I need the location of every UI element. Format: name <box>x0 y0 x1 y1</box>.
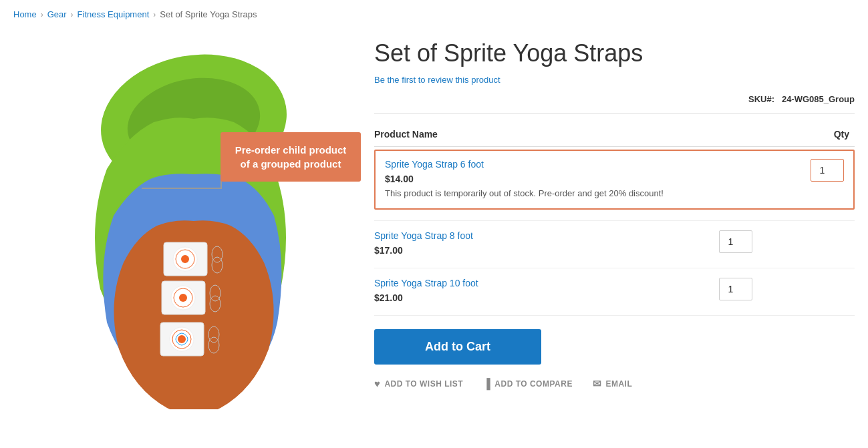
callout-text: Pre-order child product of a grouped pro… <box>235 144 347 170</box>
product-info-highlighted: Sprite Yoga Strap 6 foot $14.00 This pro… <box>385 159 664 200</box>
qty-input-1[interactable] <box>719 230 752 253</box>
product-cell-2: Sprite Yoga Strap 10 foot $21.00 <box>374 268 706 315</box>
compare-icon: ▐ <box>483 378 490 389</box>
table-row: Sprite Yoga Strap 10 foot $21.00 <box>374 268 855 315</box>
product-price-1: $17.00 <box>374 245 706 256</box>
product-image-col: Pre-order child product of a grouped pro… <box>13 35 347 409</box>
product-name-link-2[interactable]: Sprite Yoga Strap 10 foot <box>374 278 706 288</box>
table-header-row: Product Name Qty <box>374 124 855 147</box>
wish-list-label: ADD TO WISH LIST <box>384 379 463 389</box>
sku-value: 24-WG085_Group <box>782 94 855 104</box>
email-icon: ✉ <box>593 378 602 390</box>
email-link[interactable]: ✉ EMAIL <box>593 378 632 390</box>
email-label: EMAIL <box>605 379 632 389</box>
svg-point-11 <box>179 294 187 302</box>
callout-box: Pre-order child product of a grouped pro… <box>221 132 361 182</box>
product-table: Product Name Qty Sprite Yoga Strap 6 foo… <box>374 124 855 316</box>
product-price-2: $21.00 <box>374 292 706 303</box>
product-image-wrapper: Pre-order child product of a grouped pro… <box>20 35 341 409</box>
action-links: ♥ ADD TO WISH LIST ▐ ADD TO COMPARE ✉ EM… <box>374 378 855 390</box>
review-link[interactable]: Be the first to review this product <box>374 75 500 85</box>
svg-point-17 <box>178 335 186 343</box>
product-qty-cell-2 <box>706 268 855 315</box>
qty-input-2[interactable] <box>719 278 752 300</box>
table-row: Sprite Yoga Strap 8 foot $17.00 <box>374 220 855 268</box>
sku-row: SKU#: 24-WG085_Group <box>374 94 855 114</box>
breadcrumb-home[interactable]: Home <box>13 9 37 19</box>
col-qty: Qty <box>706 124 855 147</box>
product-qty-cell-1 <box>706 220 855 268</box>
product-name-link-1[interactable]: Sprite Yoga Strap 8 foot <box>374 230 706 241</box>
breadcrumb-sep-3: › <box>153 10 156 19</box>
qty-wrapper-0 <box>811 159 844 182</box>
qty-input-0[interactable] <box>811 159 844 182</box>
compare-link[interactable]: ▐ ADD TO COMPARE <box>483 378 573 389</box>
breadcrumb-current: Set of Sprite Yoga Straps <box>160 9 257 19</box>
product-title: Set of Sprite Yoga Straps <box>374 39 855 67</box>
sku-label: SKU#: <box>748 94 774 104</box>
table-header: Product Name Qty <box>374 124 855 147</box>
col-product-name: Product Name <box>374 124 706 147</box>
product-details-col: Set of Sprite Yoga Straps Be the first t… <box>374 35 855 409</box>
product-main: Pre-order child product of a grouped pro… <box>13 29 855 409</box>
callout-line <box>142 188 222 189</box>
compare-label: ADD TO COMPARE <box>494 379 573 389</box>
wish-list-link[interactable]: ♥ ADD TO WISH LIST <box>374 378 463 389</box>
table-row: Sprite Yoga Strap 6 foot $14.00 This pro… <box>374 147 855 221</box>
product-name-link-0[interactable]: Sprite Yoga Strap 6 foot <box>385 159 664 170</box>
breadcrumb-sep-2: › <box>71 10 74 19</box>
breadcrumb-sep-1: › <box>41 10 43 19</box>
product-image <box>20 35 341 409</box>
product-cell-1: Sprite Yoga Strap 8 foot $17.00 <box>374 220 706 268</box>
product-rows: Sprite Yoga Strap 6 foot $14.00 This pro… <box>374 147 855 316</box>
heart-icon: ♥ <box>374 378 380 389</box>
svg-point-5 <box>181 255 189 263</box>
breadcrumb-fitness[interactable]: Fitness Equipment <box>78 9 150 19</box>
breadcrumb: Home › Gear › Fitness Equipment › Set of… <box>13 0 855 29</box>
add-to-cart-button[interactable]: Add to Cart <box>374 329 541 365</box>
page-wrapper: Home › Gear › Fitness Equipment › Set of… <box>0 0 868 409</box>
product-price-0: $14.00 <box>385 174 664 184</box>
preorder-note-0: This product is temporarily out of stock… <box>385 187 664 200</box>
breadcrumb-gear[interactable]: Gear <box>47 9 67 19</box>
